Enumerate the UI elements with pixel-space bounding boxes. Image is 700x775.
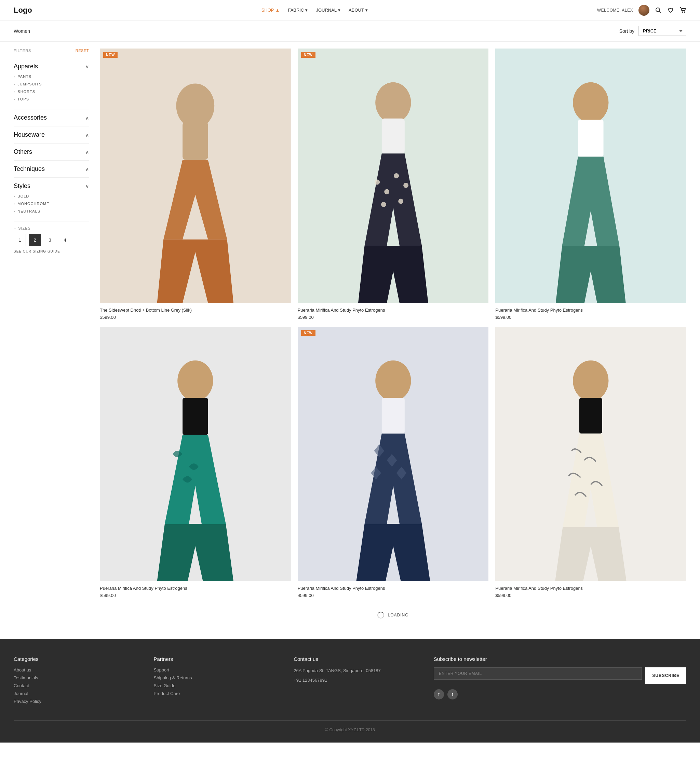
size-btn-4[interactable]: 4 — [59, 234, 71, 246]
footer-link-privacy[interactable]: Privacy Policy — [14, 699, 140, 704]
navbar: Logo SHOP ▲ FABRIC ▾ JOURNAL ▾ ABOUT ▾ W… — [0, 0, 700, 20]
nav-link-fabric[interactable]: FABRIC ▾ — [288, 8, 308, 13]
footer-bottom: © Copyright XYZ.LTD 2018 — [14, 720, 686, 732]
product-card-2[interactable]: NEW Pueraria Mirifica And Study Phyto Es… — [298, 48, 489, 320]
wishlist-icon[interactable] — [667, 7, 674, 14]
chevron-right-icon: › — [14, 195, 15, 198]
main-layout: FILTERS RESET Apparels ∨ › PANTS › JUMPS… — [0, 42, 700, 639]
product-name-1: The Sideswept Dhoti + Bottom Line Grey (… — [100, 307, 291, 313]
footer-categories-title: Categories — [14, 656, 140, 662]
footer-link-size-guide[interactable]: Size Guide — [154, 683, 280, 688]
filter-title-row-styles[interactable]: Styles ∨ — [14, 183, 89, 190]
filter-title-row-houseware[interactable]: Houseware ∧ — [14, 131, 89, 138]
twitter-icon[interactable]: t — [447, 689, 458, 700]
filter-item-bold[interactable]: › BOLD — [14, 192, 89, 200]
filter-section-styles: Styles ∨ › BOLD › MONOCHROME › NEUTRALS — [14, 178, 89, 221]
filter-title-houseware: Houseware — [14, 131, 45, 138]
avatar[interactable] — [638, 5, 649, 16]
chevron-down-icon: ∨ — [85, 183, 89, 189]
footer-link-journal[interactable]: Journal — [14, 691, 140, 696]
chevron-right-icon: › — [14, 82, 15, 86]
product-image-wrap-2: NEW — [298, 48, 489, 303]
reset-button[interactable]: RESET — [75, 48, 89, 53]
social-icons: f t — [434, 689, 686, 700]
svg-point-15 — [398, 198, 403, 204]
footer-link-about-us[interactable]: About us — [14, 667, 140, 672]
sizing-guide-link[interactable]: SEE OUR SIZING GUIDE — [14, 249, 89, 253]
product-card-4[interactable]: Pueraria Mirifica And Study Phyto Estrog… — [100, 327, 291, 598]
sort-bar: Sort by PRICE NEWEST POPULARITY — [619, 26, 686, 36]
filter-title-row-apparels[interactable]: Apparels ∨ — [14, 63, 89, 70]
svg-point-14 — [381, 202, 386, 207]
filter-title-techniques: Techniques — [14, 165, 45, 173]
product-card-1[interactable]: NEW The Sideswept Dhoti + Bottom Line Gr… — [100, 48, 291, 320]
nav-link-shop[interactable]: SHOP ▲ — [262, 8, 280, 13]
welcome-text: WELCOME, ALEX — [597, 8, 633, 13]
footer-link-shipping[interactable]: Shipping & Returns — [154, 675, 280, 680]
footer-link-support[interactable]: Support — [154, 667, 280, 672]
size-btn-1[interactable]: 1 — [14, 234, 26, 246]
chevron-down-icon: ▾ — [365, 8, 368, 13]
product-price-2: $599.00 — [298, 315, 489, 320]
product-image-wrap-4 — [100, 327, 291, 581]
product-price-4: $599.00 — [100, 593, 291, 598]
product-grid: NEW The Sideswept Dhoti + Bottom Line Gr… — [100, 48, 686, 632]
footer-link-product-care[interactable]: Product Care — [154, 691, 280, 696]
filter-section-accessories: Accessories ∧ — [14, 109, 89, 126]
filter-title-row-accessories[interactable]: Accessories ∧ — [14, 114, 89, 121]
filter-item-neutrals[interactable]: › NEUTRALS — [14, 208, 89, 215]
svg-rect-9 — [382, 118, 404, 153]
filter-item-shorts[interactable]: › SHORTS — [14, 88, 89, 95]
size-btn-3[interactable]: 3 — [44, 234, 56, 246]
nav-right: WELCOME, ALEX — [597, 5, 686, 16]
product-card-3[interactable]: Pueraria Mirifica And Study Phyto Estrog… — [495, 48, 686, 320]
logo[interactable]: Logo — [14, 6, 32, 15]
product-list: NEW The Sideswept Dhoti + Bottom Line Gr… — [100, 48, 686, 598]
svg-rect-27 — [579, 398, 602, 434]
nav-link-about[interactable]: ABOUT ▾ — [348, 8, 368, 13]
chevron-right-icon: › — [14, 90, 15, 94]
filter-item-jumpsuits[interactable]: › JUMPSUITS — [14, 80, 89, 88]
filter-title-row-others[interactable]: Others ∧ — [14, 148, 89, 155]
loading-bar: LOADING — [100, 598, 686, 632]
newsletter-form: SUBSCRIBE — [434, 667, 686, 684]
filter-title-row-techniques[interactable]: Techniques ∧ — [14, 165, 89, 173]
footer-contact-title: Contact us — [293, 656, 420, 662]
svg-point-2 — [682, 12, 683, 12]
size-btn-2[interactable]: 2 — [29, 234, 41, 246]
filter-item-tops[interactable]: › TOPS — [14, 95, 89, 103]
filter-section-techniques: Techniques ∧ — [14, 161, 89, 178]
filter-section-others: Others ∧ — [14, 143, 89, 161]
loading-text: LOADING — [388, 613, 408, 617]
footer-link-testimonials[interactable]: Testimonials — [14, 675, 140, 680]
filter-title-styles: Styles — [14, 183, 30, 190]
facebook-icon[interactable]: f — [434, 689, 444, 700]
sort-label: Sort by — [619, 28, 634, 34]
product-image-4 — [100, 327, 291, 581]
svg-point-8 — [375, 82, 411, 123]
cart-icon[interactable] — [680, 7, 686, 14]
copyright-text: © Copyright XYZ.LTD 2018 — [325, 727, 375, 732]
filter-item-monochrome[interactable]: › MONOCHROME — [14, 200, 89, 208]
sort-select[interactable]: PRICE NEWEST POPULARITY — [638, 26, 686, 36]
product-card-5[interactable]: NEW Pueraria Mirifica And Study Phyto Es… — [298, 327, 489, 598]
product-card-6[interactable]: Pueraria Mirifica And Study Phyto Estrog… — [495, 327, 686, 598]
chevron-right-icon: › — [14, 97, 15, 101]
loading-spinner — [377, 612, 384, 619]
badge-new-2: NEW — [301, 52, 315, 58]
footer-partners-title: Partners — [154, 656, 280, 662]
subscribe-button[interactable]: SUBSCRIBE — [645, 667, 686, 684]
filter-item-pants[interactable]: › PANTS — [14, 73, 89, 80]
footer-link-contact[interactable]: Contact — [14, 683, 140, 688]
product-image-6 — [495, 327, 686, 581]
product-name-6: Pueraria Mirifica And Study Phyto Estrog… — [495, 585, 686, 592]
newsletter-email-wrap — [434, 667, 642, 684]
svg-rect-21 — [183, 398, 208, 435]
search-icon[interactable] — [655, 7, 662, 14]
footer-phone: +91 1234567891 — [293, 677, 420, 684]
chevron-up-icon: ∧ — [85, 149, 89, 155]
svg-line-1 — [659, 11, 661, 13]
breadcrumb-bar: Women Sort by PRICE NEWEST POPULARITY — [0, 20, 700, 42]
newsletter-email-input[interactable] — [434, 667, 642, 680]
nav-link-journal[interactable]: JOURNAL ▾ — [316, 8, 340, 13]
